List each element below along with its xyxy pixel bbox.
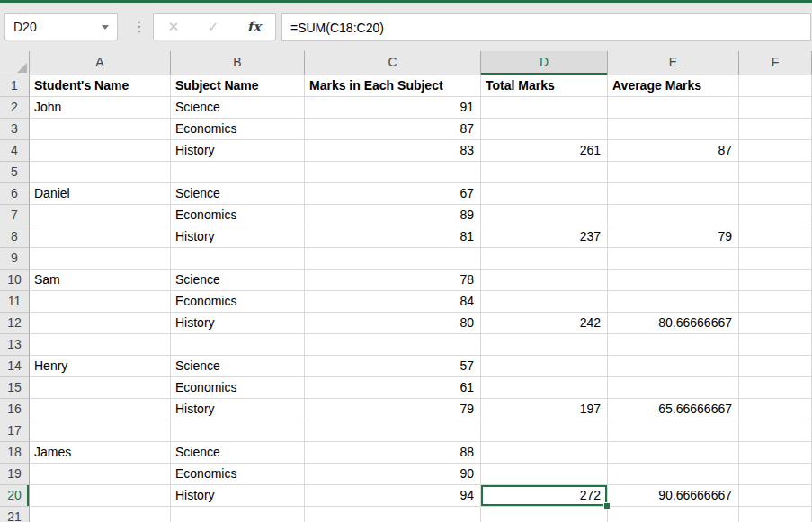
cell-F2[interactable] (739, 97, 812, 119)
row-header-13[interactable]: 13 (0, 334, 30, 356)
cell-F12[interactable] (739, 313, 812, 334)
cell-E2[interactable] (608, 97, 739, 119)
cell-E4[interactable]: 87 (608, 140, 739, 162)
cell-A17[interactable] (30, 420, 171, 442)
name-box-dropdown-icon[interactable] (102, 25, 109, 30)
cell-E19[interactable] (608, 464, 739, 485)
cell-A8[interactable] (30, 226, 171, 248)
cell-D12[interactable]: 242 (481, 313, 608, 334)
cell-F11[interactable] (739, 291, 812, 313)
cell-C18[interactable]: 88 (305, 442, 481, 464)
row-header-14[interactable]: 14 (0, 356, 30, 377)
row-header-10[interactable]: 10 (0, 270, 30, 291)
column-header-a[interactable]: A (30, 51, 171, 75)
row-header-6[interactable]: 6 (0, 183, 30, 205)
cell-D11[interactable] (481, 291, 608, 313)
row-header-12[interactable]: 12 (0, 313, 30, 334)
cell-E1[interactable]: Average Marks (608, 75, 739, 97)
cell-A11[interactable] (30, 291, 171, 313)
cancel-icon[interactable]: ✕ (168, 19, 180, 35)
cell-B13[interactable] (171, 334, 305, 356)
row-header-16[interactable]: 16 (0, 399, 30, 420)
cell-B21[interactable] (171, 507, 305, 522)
cell-E9[interactable] (608, 248, 739, 270)
cell-B12[interactable]: History (171, 313, 305, 334)
cell-D18[interactable] (481, 442, 608, 464)
column-header-f[interactable]: F (739, 51, 812, 75)
cell-D19[interactable] (481, 464, 608, 485)
cell-C19[interactable]: 90 (305, 464, 481, 485)
cell-A6[interactable]: Daniel (30, 183, 171, 205)
cell-E5[interactable] (608, 162, 739, 183)
cell-F17[interactable] (739, 420, 812, 442)
column-header-b[interactable]: B (171, 51, 305, 75)
cell-B6[interactable]: Science (171, 183, 305, 205)
cell-E6[interactable] (608, 183, 739, 205)
cell-D9[interactable] (481, 248, 608, 270)
cell-F1[interactable] (739, 75, 812, 97)
row-header-8[interactable]: 8 (0, 226, 30, 248)
cell-F10[interactable] (739, 270, 812, 291)
cell-E10[interactable] (608, 270, 739, 291)
cell-A1[interactable]: Student's Name (30, 75, 171, 97)
cell-C21[interactable] (305, 507, 481, 522)
row-header-15[interactable]: 15 (0, 377, 30, 399)
cell-A12[interactable] (30, 313, 171, 334)
cell-E7[interactable] (608, 205, 739, 226)
cell-F18[interactable] (739, 442, 812, 464)
cell-D20[interactable]: 272 (481, 485, 608, 507)
cell-A13[interactable] (30, 334, 171, 356)
cell-C6[interactable]: 67 (305, 183, 481, 205)
cell-D2[interactable] (481, 97, 608, 119)
cell-C13[interactable] (305, 334, 481, 356)
cell-D1[interactable]: Total Marks (481, 75, 608, 97)
cell-F15[interactable] (739, 377, 812, 399)
cell-B11[interactable]: Economics (171, 291, 305, 313)
cell-D8[interactable]: 237 (481, 226, 608, 248)
cell-A14[interactable]: Henry (30, 356, 171, 377)
cell-F16[interactable] (739, 399, 812, 420)
cell-E17[interactable] (608, 420, 739, 442)
cell-D5[interactable] (481, 162, 608, 183)
cell-A5[interactable] (30, 162, 171, 183)
cell-E12[interactable]: 80.66666667 (608, 313, 739, 334)
cell-E15[interactable] (608, 377, 739, 399)
cell-C16[interactable]: 79 (305, 399, 481, 420)
row-header-4[interactable]: 4 (0, 140, 30, 162)
cell-C9[interactable] (305, 248, 481, 270)
cell-D21[interactable] (481, 507, 608, 522)
cell-B2[interactable]: Science (171, 97, 305, 119)
row-header-2[interactable]: 2 (0, 97, 30, 119)
cell-A4[interactable] (30, 140, 171, 162)
cell-D4[interactable]: 261 (481, 140, 608, 162)
row-header-20[interactable]: 20 (0, 485, 30, 507)
insert-function-icon[interactable]: fx (247, 19, 261, 35)
cell-D17[interactable] (481, 420, 608, 442)
cell-F14[interactable] (739, 356, 812, 377)
cell-B19[interactable]: Economics (171, 464, 305, 485)
cell-C12[interactable]: 80 (305, 313, 481, 334)
cell-B3[interactable]: Economics (171, 119, 305, 140)
column-header-c[interactable]: C (305, 51, 481, 75)
cell-B15[interactable]: Economics (171, 377, 305, 399)
cell-E11[interactable] (608, 291, 739, 313)
cell-D16[interactable]: 197 (481, 399, 608, 420)
cell-D6[interactable] (481, 183, 608, 205)
cell-F20[interactable] (739, 485, 812, 507)
cell-B1[interactable]: Subject Name (171, 75, 305, 97)
cell-E20[interactable]: 90.66666667 (608, 485, 739, 507)
cell-D13[interactable] (481, 334, 608, 356)
cell-A7[interactable] (30, 205, 171, 226)
cell-E16[interactable]: 65.66666667 (608, 399, 739, 420)
row-header-5[interactable]: 5 (0, 162, 30, 183)
cell-B10[interactable]: Science (171, 270, 305, 291)
row-header-21[interactable]: 21 (0, 507, 30, 522)
row-header-7[interactable]: 7 (0, 205, 30, 226)
cell-C15[interactable]: 61 (305, 377, 481, 399)
row-header-1[interactable]: 1 (0, 75, 30, 97)
cell-A20[interactable] (30, 485, 171, 507)
cell-D7[interactable] (481, 205, 608, 226)
select-all-button[interactable] (0, 51, 30, 75)
cell-A9[interactable] (30, 248, 171, 270)
row-header-19[interactable]: 19 (0, 464, 30, 485)
